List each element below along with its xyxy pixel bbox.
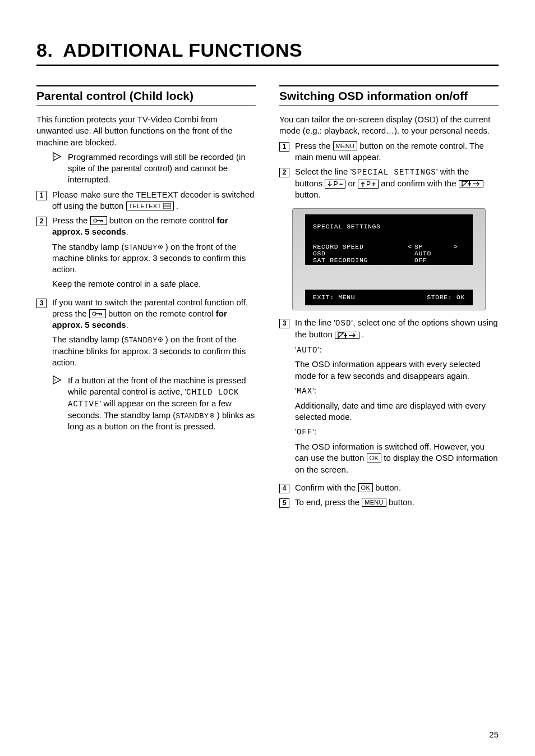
special-settings-code: SPECIAL SETTINGS: [352, 168, 436, 177]
note-block: If a button at the front of the machine …: [52, 375, 256, 433]
page-number: 25: [489, 730, 499, 739]
svg-marker-0: [53, 153, 61, 161]
ok-button-label: OK: [367, 453, 382, 462]
step-number: 4: [279, 482, 295, 493]
svg-marker-23: [462, 181, 468, 186]
note-block: Programmed recordings will still be reco…: [52, 152, 256, 186]
screen-row: RECORD SPEED<SP>: [313, 244, 465, 250]
svg-marker-27: [338, 333, 344, 338]
step-number: 5: [279, 497, 295, 508]
svg-point-1: [54, 156, 56, 157]
step-number: 1: [279, 140, 295, 163]
standby-dot-icon: [209, 413, 215, 418]
right-column: Switching OSD information on/off You can…: [279, 82, 499, 511]
step-3: 3 In the line 'OSD', select one of the o…: [279, 317, 499, 479]
standby-label: STANDBY: [124, 244, 157, 251]
chapter-number: 8.: [36, 39, 53, 61]
screen-title: SPECIAL SETTINGS: [313, 223, 465, 230]
note-text: Programmed recordings will still be reco…: [68, 152, 256, 186]
standby-dot-icon: [158, 337, 163, 342]
key-icon-button: [90, 216, 107, 225]
step-1: 1 Press the MENU button on the remote co…: [279, 140, 499, 163]
select-button: [335, 332, 359, 339]
step-1: 1 Please make sure the TELETEXT decoder …: [36, 189, 256, 212]
svg-rect-2: [163, 203, 171, 209]
svg-point-10: [159, 246, 161, 248]
step-number: 3: [36, 297, 52, 372]
intro-text: This function protects your TV-Video Com…: [36, 114, 256, 148]
teletext-button-label: TELETEXT: [126, 201, 174, 210]
select-button: [459, 180, 483, 187]
svg-point-18: [54, 379, 56, 381]
step-2: 2 Select the line 'SPECIAL SETTINGS' wit…: [279, 166, 499, 200]
intro-text: You can tailor the on-screen display (OS…: [279, 114, 499, 137]
section-title-osd: Switching OSD information on/off: [279, 85, 499, 106]
chapter-title-text: ADDITIONAL FUNCTIONS: [63, 39, 302, 61]
menu-button-label: MENU: [362, 498, 386, 507]
step-number: 2: [36, 215, 52, 294]
svg-point-20: [211, 415, 213, 416]
option-off: OFF: [297, 428, 312, 437]
standby-label: STANDBY: [176, 412, 209, 420]
option-max: MAX: [297, 387, 312, 396]
section-title-parental: Parental control (Child lock): [36, 85, 256, 106]
note-play-icon: [52, 152, 68, 186]
step-number: 1: [36, 189, 52, 212]
key-icon-button: [89, 309, 106, 318]
left-column: Parental control (Child lock) This funct…: [36, 82, 256, 511]
option-auto: AUTO: [297, 346, 318, 355]
svg-point-16: [159, 339, 161, 341]
note-play-icon: [52, 375, 68, 433]
chapter-heading: 8.ADDITIONAL FUNCTIONS: [36, 39, 499, 66]
standby-dot-icon: [158, 244, 163, 250]
screen-exit: EXIT: MENU: [313, 294, 355, 301]
p-up-button: P +: [358, 180, 379, 189]
step-4: 4 Confirm with the OK button.: [279, 482, 499, 493]
menu-button-label: MENU: [333, 141, 358, 150]
p-down-button: P −: [325, 180, 345, 189]
screen-row: OSDAUTO: [313, 250, 465, 257]
standby-label: STANDBY: [124, 336, 157, 344]
step-number: 2: [279, 166, 295, 200]
screen-row: SAT RECORDINGOFF: [313, 257, 465, 264]
step-3: 3 If you want to switch the parental con…: [36, 297, 256, 372]
svg-point-5: [94, 219, 97, 222]
svg-marker-17: [53, 376, 61, 384]
osd-screen: SPECIAL SETTINGS RECORD SPEED<SP>OSDAUTO…: [292, 208, 486, 310]
ok-button-label: OK: [358, 483, 373, 492]
screen-store: STORE: OK: [427, 294, 465, 301]
step-2: 2 Press the button on the remote control…: [36, 215, 256, 294]
step-number: 3: [279, 317, 295, 479]
step-5: 5 To end, press the MENU button.: [279, 497, 499, 508]
svg-point-11: [93, 312, 96, 315]
